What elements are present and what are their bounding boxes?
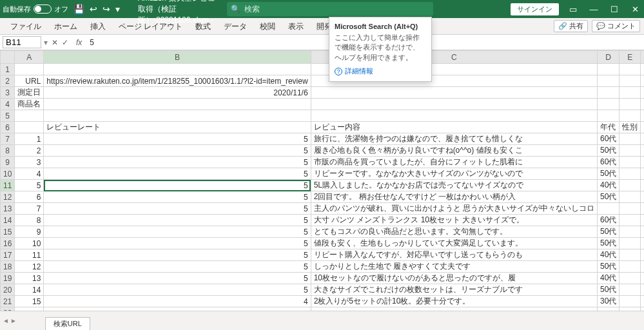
cell[interactable]: 8	[15, 215, 44, 226]
cell[interactable]	[641, 75, 644, 87]
cell[interactable]	[620, 64, 641, 75]
cell[interactable]: 14	[15, 284, 44, 296]
cell[interactable]	[641, 226, 644, 238]
sheet-tab[interactable]: 検索URL	[45, 317, 90, 330]
cancel-formula-icon[interactable]: ✕	[52, 38, 58, 47]
cell[interactable]	[641, 99, 644, 110]
cell[interactable]	[641, 215, 644, 226]
share-button[interactable]: 🔗 共有	[554, 20, 588, 32]
cell[interactable]	[641, 284, 644, 296]
row-header[interactable]: 14	[1, 215, 15, 226]
cell[interactable]: とてもコスパの良い商品だと思います。文句無しです。	[311, 226, 597, 238]
cell[interactable]: 2回目です。 柄お任せなんですけど 一枚はかわいい柄が入	[311, 191, 597, 203]
cell[interactable]: 性別	[620, 122, 641, 133]
cell[interactable]	[620, 87, 641, 99]
cell[interactable]	[641, 191, 644, 203]
cell[interactable]: 5	[44, 249, 311, 261]
cell[interactable]: 50代	[597, 238, 619, 249]
cell[interactable]: 40代	[597, 273, 619, 284]
cell[interactable]	[641, 87, 644, 99]
cell[interactable]: https://review.rakuten.co.jp/item/1/2182…	[44, 75, 311, 87]
cell[interactable]: 5	[44, 133, 311, 145]
cell[interactable]: 大きなサイズでこれだけの枚数セットは、リーズナブルです	[311, 284, 597, 296]
cell[interactable]: URL	[15, 75, 44, 87]
cell[interactable]: 4	[15, 168, 44, 180]
cell[interactable]: 50代	[597, 261, 619, 273]
row-header[interactable]: 2	[1, 75, 15, 87]
cell[interactable]	[641, 157, 644, 168]
cell[interactable]: 大寸 パンツ メンズトランクス 10枚セット 大きいサイズで。	[311, 215, 597, 226]
enter-formula-icon[interactable]: ✓	[62, 38, 68, 47]
cell[interactable]: 5	[44, 261, 311, 273]
column-header-E[interactable]: E	[620, 51, 641, 64]
cell[interactable]	[44, 99, 311, 110]
cell[interactable]: 2枚入りが5セットの計10枚。必要十分です。	[311, 296, 597, 307]
cell[interactable]	[641, 296, 644, 307]
cell[interactable]	[620, 145, 641, 157]
cell[interactable]: 旅行に、洗濯物を持つのは嫌なので、履き捨てても惜しくな	[311, 133, 597, 145]
cell[interactable]: 2020/11/6	[44, 87, 311, 99]
cell[interactable]	[620, 249, 641, 261]
cell[interactable]: リピーターです。なかなか大きいサイズのパンツがないので	[311, 168, 597, 180]
cell[interactable]	[620, 296, 641, 307]
cell[interactable]	[641, 261, 644, 273]
cell[interactable]	[641, 238, 644, 249]
tab-formulas[interactable]: 数式	[189, 18, 217, 35]
cell[interactable]: 市販の商品を買っていましたが、自分にフィットした肌着に	[311, 157, 597, 168]
cell[interactable]: 5	[15, 180, 44, 191]
row-header[interactable]: 16	[1, 238, 15, 249]
column-header-A[interactable]: A	[15, 51, 44, 64]
cell[interactable]	[641, 133, 644, 145]
row-header[interactable]: 15	[1, 226, 15, 238]
cell[interactable]	[641, 168, 644, 180]
row-header[interactable]: 4	[1, 99, 15, 110]
cell[interactable]: 5	[44, 203, 311, 215]
cell[interactable]	[620, 99, 641, 110]
tab-view[interactable]: 表示	[282, 18, 310, 35]
cell[interactable]	[597, 75, 619, 87]
cell[interactable]	[641, 249, 644, 261]
cell[interactable]: 測定日	[15, 87, 44, 99]
cell[interactable]: 10	[15, 238, 44, 249]
row-header[interactable]: 18	[1, 261, 15, 273]
cell[interactable]: 5	[44, 215, 311, 226]
row-header[interactable]: 11	[1, 180, 15, 191]
cell[interactable]: 5	[44, 273, 311, 284]
cell[interactable]	[641, 203, 644, 215]
select-all-cell[interactable]	[1, 51, 15, 64]
cell[interactable]: 5	[44, 180, 311, 191]
cell[interactable]: 年代	[597, 122, 619, 133]
tab-file[interactable]: ファイル	[4, 18, 48, 35]
row-header[interactable]: 5	[1, 110, 15, 122]
cell[interactable]	[620, 203, 641, 215]
row-header[interactable]: 21	[1, 296, 15, 307]
cell[interactable]	[311, 87, 597, 99]
close-icon[interactable]: ✕	[629, 5, 641, 14]
column-header-B[interactable]: B	[44, 51, 311, 64]
cell[interactable]: 5L購入しました。なかなかお店では売ってないサイズなので	[311, 180, 597, 191]
cell[interactable]: 11	[15, 249, 44, 261]
row-header[interactable]: 6	[1, 122, 15, 133]
cell[interactable]: 40代	[597, 180, 619, 191]
cell[interactable]: 60代	[597, 133, 619, 145]
cell[interactable]	[597, 110, 619, 122]
cell[interactable]	[620, 215, 641, 226]
cell[interactable]	[620, 168, 641, 180]
comments-button[interactable]: 💬 コメント	[592, 20, 640, 32]
cell[interactable]	[620, 180, 641, 191]
name-box[interactable]	[3, 36, 41, 48]
cell[interactable]	[620, 284, 641, 296]
ribbon-display-icon[interactable]: ▭	[567, 5, 580, 14]
cell[interactable]: 値段も安く、生地もしっかりしていて大変満足しています。	[311, 238, 597, 249]
tab-data[interactable]: データ	[217, 18, 253, 35]
cell[interactable]	[620, 75, 641, 87]
cell[interactable]: 5	[44, 145, 311, 157]
undo-icon[interactable]: ↩	[90, 4, 97, 14]
cell[interactable]: 5	[44, 168, 311, 180]
redo-icon[interactable]: ↪	[102, 4, 110, 14]
cell[interactable]: しっかりとした生地で 履きやすくて丈夫です	[311, 261, 597, 273]
cell[interactable]: 9	[15, 226, 44, 238]
cell[interactable]: 50代	[597, 191, 619, 203]
cell[interactable]: 50代	[597, 284, 619, 296]
signin-button[interactable]: サインイン	[511, 3, 559, 15]
